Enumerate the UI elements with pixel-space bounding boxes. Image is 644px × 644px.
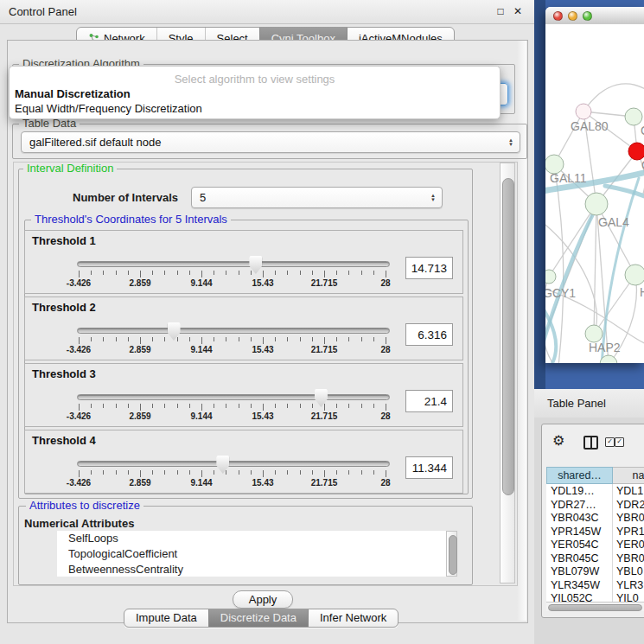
split-columns-icon[interactable]	[583, 436, 598, 450]
list-item-selfloops[interactable]: SelfLoops	[57, 531, 446, 546]
threshold-value-field[interactable]: 6.316	[405, 323, 453, 346]
table-row[interactable]: YDR27…YDR2	[546, 498, 644, 512]
network-view-window: GAL80GACGAL11GAL4GCY1HHAP2	[545, 7, 644, 363]
gear-icon[interactable]: ⚙	[552, 432, 564, 449]
network-canvas[interactable]: GAL80GACGAL11GAL4GCY1HHAP2	[545, 24, 644, 363]
network-node[interactable]	[545, 270, 556, 284]
vertical-scrollbar[interactable]	[500, 163, 515, 583]
column-header-name[interactable]: na	[613, 467, 644, 484]
table-row[interactable]: YDL19…YDL1	[546, 484, 644, 498]
network-edge[interactable]	[583, 84, 644, 112]
minimize-traffic-light-icon[interactable]	[568, 11, 577, 21]
threshold-value-field[interactable]: 11.344	[405, 456, 453, 479]
threshold-slider-track[interactable]	[77, 394, 390, 400]
table-row[interactable]: YBR045CYBR0	[546, 552, 644, 565]
network-edge-highlighted[interactable]	[605, 186, 644, 197]
table-row[interactable]: YER054CYER0	[546, 538, 644, 552]
network-node-label: GA	[641, 124, 644, 137]
threshold-slider-track[interactable]	[77, 261, 390, 267]
threshold-value-field[interactable]: 14.713	[405, 257, 453, 279]
tab-discretize-data[interactable]: Discretize Data	[208, 609, 308, 627]
table-horizontal-scrollbar-thumb[interactable]	[548, 604, 642, 611]
table-row[interactable]: YBL079WYBL0	[546, 564, 644, 578]
cell-shared-name[interactable]: YBR043C	[551, 512, 599, 524]
slider-tick-label: 28	[364, 478, 407, 488]
threshold-slider-track[interactable]	[77, 328, 390, 334]
cell-name[interactable]: YDL1	[616, 485, 643, 497]
slider-tick-label: 21.715	[303, 345, 346, 354]
cell-shared-name[interactable]: YER054C	[551, 539, 599, 551]
threshold-slider-handle[interactable]	[168, 322, 181, 341]
apply-button[interactable]: Apply	[233, 590, 293, 609]
close-window-icon[interactable]: ✕	[512, 5, 524, 17]
slider-tick-label: 28	[364, 345, 407, 354]
column-divider	[612, 484, 613, 602]
list-item-betweennesscentrality[interactable]: BetweennessCentrality	[57, 562, 446, 577]
cell-name[interactable]: YPR1	[616, 526, 644, 538]
network-edge[interactable]	[594, 204, 596, 334]
tab-impute-data[interactable]: Impute Data	[124, 609, 208, 627]
threshold-label: Threshold 1	[32, 234, 96, 247]
control-panel-titlebar: Control Panel □ ✕	[0, 0, 534, 24]
tab-infer-network[interactable]: Infer Network	[308, 609, 398, 627]
slider-tick-label: 2.859	[118, 478, 162, 488]
network-node[interactable]	[585, 193, 608, 215]
column-header-shared-name[interactable]: shared…	[546, 467, 613, 484]
threshold-slider-handle[interactable]	[315, 389, 328, 407]
network-node[interactable]	[585, 325, 603, 342]
cell-name[interactable]: YER0	[616, 539, 644, 551]
table-horizontal-scrollbar[interactable]	[546, 602, 644, 611]
cell-shared-name[interactable]: YBL079W	[551, 565, 599, 577]
cell-name[interactable]: YDR2	[616, 499, 644, 511]
slider-tick-label: 2.859	[118, 345, 162, 354]
list-item-topologicalcoefficient[interactable]: TopologicalCoefficient	[57, 546, 446, 562]
slider-tick-label: -3.426	[57, 411, 100, 421]
cell-shared-name[interactable]: YBR045C	[551, 552, 599, 564]
cell-shared-name[interactable]: YPR145W	[551, 526, 601, 538]
threshold-value-field[interactable]: 21.4	[405, 390, 453, 412]
attributes-list-scrollbar[interactable]	[446, 531, 457, 577]
network-node[interactable]	[576, 104, 591, 119]
zoom-traffic-light-icon[interactable]	[583, 11, 592, 21]
combo-stepper-icon: ▲▼	[430, 194, 436, 202]
cell-name[interactable]: YBR0	[616, 512, 644, 524]
cell-name[interactable]: YBL0	[616, 565, 643, 577]
numerical-attributes-label: Numerical Attributes	[24, 517, 134, 530]
slider-tick-label: 2.859	[118, 278, 162, 288]
slider-tick-label: 9.144	[180, 278, 223, 288]
float-window-icon[interactable]: □	[494, 5, 507, 17]
network-node[interactable]	[625, 108, 642, 125]
slider-tick-label: 15.43	[241, 278, 284, 288]
algorithm-option-manual[interactable]: Manual Discretization	[14, 87, 495, 101]
num-intervals-value: 5	[200, 188, 206, 207]
threshold-panel: Threshold 3 -3.4262.8599.14415.4321.7152…	[24, 363, 463, 427]
table-data-combobox[interactable]: galFiltered.sif default node ▲▼	[21, 131, 520, 153]
slider-tick-label: 9.144	[180, 345, 223, 354]
cell-shared-name[interactable]: YDR27…	[551, 499, 596, 511]
cell-shared-name[interactable]: YDL19…	[551, 485, 595, 497]
threshold-slider-handle[interactable]	[216, 456, 229, 474]
checkbox-checked-icon[interactable]: ✓	[605, 437, 615, 447]
vertical-scrollbar-thumb[interactable]	[502, 178, 514, 495]
network-node[interactable]	[628, 143, 644, 160]
cell-shared-name[interactable]: YLR345W	[551, 579, 600, 591]
table-row[interactable]: YLR345WYLR3	[546, 578, 644, 592]
table-row[interactable]: YBR043CYBR0	[546, 511, 644, 525]
network-node[interactable]	[625, 265, 644, 285]
numerical-attributes-list: SelfLoops TopologicalCoefficient Between…	[57, 531, 446, 577]
network-node-label: GAL4	[598, 215, 629, 229]
close-traffic-light-icon[interactable]	[553, 11, 563, 21]
slider-tick-label: 2.859	[118, 411, 162, 421]
cell-name[interactable]: YLR3	[616, 579, 643, 591]
network-window-titlebar[interactable]	[545, 7, 644, 25]
algorithm-option-equal-width[interactable]: Equal Width/Frequency Discretization	[14, 102, 495, 116]
attributes-list-scrollbar-thumb[interactable]	[449, 535, 457, 575]
checkbox-checked-icon[interactable]: ✓	[615, 437, 624, 447]
threshold-label: Threshold 4	[32, 434, 96, 447]
threshold-slider-track[interactable]	[77, 461, 390, 467]
combo-stepper-icon: ▲▼	[508, 138, 513, 147]
cell-name[interactable]: YBR0	[616, 552, 644, 564]
algorithm-placeholder-option[interactable]: Select algorithm to view settings	[10, 73, 500, 86]
num-intervals-combobox[interactable]: 5 ▲▼	[191, 187, 443, 208]
table-row[interactable]: YPR145WYPR1	[546, 525, 644, 539]
